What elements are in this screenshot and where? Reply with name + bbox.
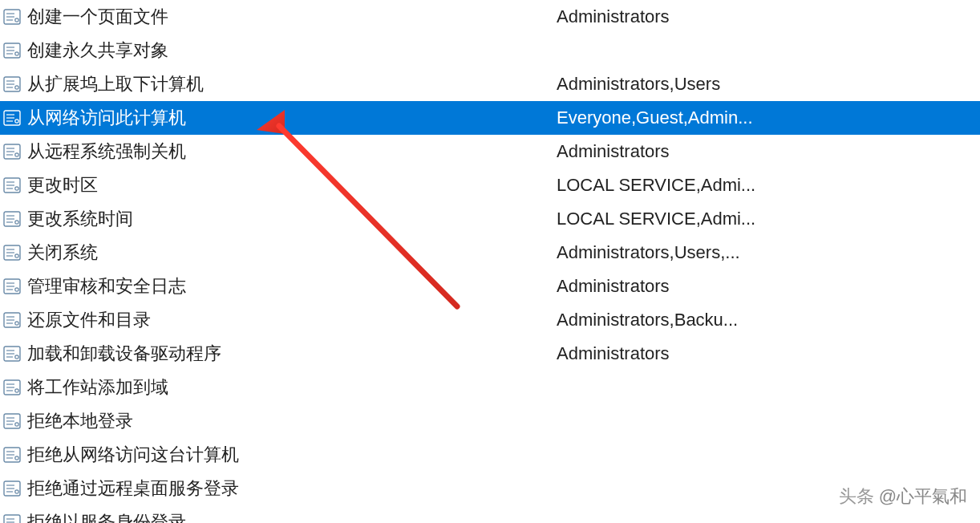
svg-point-19: [15, 120, 18, 123]
policy-row[interactable]: 从扩展坞上取下计算机Administrators,Users: [0, 67, 980, 101]
policy-icon: [3, 346, 21, 362]
policy-row[interactable]: 创建一个页面文件Administrators: [0, 0, 980, 34]
policy-icon: [3, 245, 21, 261]
svg-point-74: [15, 490, 18, 493]
policy-value: Administrators,Users,...: [557, 242, 740, 263]
policy-name: 拒绝从网络访问这台计算机: [27, 443, 557, 467]
svg-point-64: [15, 423, 18, 426]
policy-name: 更改系统时间: [27, 207, 557, 231]
policy-icon: [3, 211, 21, 227]
policy-value: LOCAL SERVICE,Admi...: [557, 175, 755, 196]
policy-value: Everyone,Guest,Admin...: [557, 107, 753, 128]
policy-icon: [3, 43, 21, 59]
policy-row[interactable]: 拒绝从网络访问这台计算机: [0, 438, 980, 472]
policy-list: 创建一个页面文件Administrators 创建永久共享对象 从扩展坞上取下计…: [0, 0, 980, 523]
policy-name: 从远程系统强制关机: [27, 140, 557, 164]
policy-row[interactable]: 还原文件和目录Administrators,Backu...: [0, 303, 980, 337]
policy-row[interactable]: 将工作站添加到域: [0, 371, 980, 404]
policy-icon: [3, 177, 21, 193]
policy-name: 拒绝本地登录: [27, 409, 557, 433]
policy-name: 将工作站添加到域: [27, 375, 557, 399]
svg-point-54: [15, 355, 18, 359]
policy-name: 从网络访问此计算机: [27, 106, 557, 130]
svg-point-44: [15, 288, 18, 291]
svg-point-24: [15, 153, 18, 156]
policy-icon: [3, 76, 21, 92]
svg-point-29: [15, 187, 18, 190]
policy-icon: [3, 312, 21, 328]
policy-icon: [3, 110, 21, 126]
policy-name: 关闭系统: [27, 241, 557, 265]
policy-row[interactable]: 更改时区LOCAL SERVICE,Admi...: [0, 168, 980, 202]
policy-name: 管理审核和安全日志: [27, 274, 557, 298]
policy-value: Administrators: [557, 141, 670, 162]
svg-point-69: [15, 456, 18, 460]
policy-name: 从扩展坞上取下计算机: [27, 72, 557, 96]
policy-icon: [3, 144, 21, 160]
policy-row[interactable]: 更改系统时间LOCAL SERVICE,Admi...: [0, 202, 980, 236]
policy-name: 加载和卸载设备驱动程序: [27, 342, 557, 366]
policy-value: LOCAL SERVICE,Admi...: [557, 209, 755, 229]
policy-value: Administrators,Backu...: [557, 310, 738, 330]
svg-point-59: [15, 389, 18, 392]
svg-point-4: [15, 18, 18, 22]
policy-icon: [3, 278, 21, 294]
svg-point-9: [15, 52, 18, 55]
svg-point-49: [15, 322, 18, 325]
policy-row[interactable]: 管理审核和安全日志Administrators: [0, 270, 980, 303]
policy-name: 更改时区: [27, 173, 557, 197]
policy-icon: [3, 514, 21, 523]
policy-icon: [3, 379, 21, 395]
policy-icon: [3, 447, 21, 463]
policy-row[interactable]: 拒绝以服务身份登录: [0, 505, 980, 523]
policy-name: 创建永久共享对象: [27, 39, 557, 63]
svg-point-14: [15, 86, 18, 89]
policy-name: 创建一个页面文件: [27, 5, 557, 29]
policy-icon: [3, 413, 21, 429]
policy-row[interactable]: 从远程系统强制关机Administrators: [0, 135, 980, 168]
policy-name: 还原文件和目录: [27, 308, 557, 332]
svg-point-34: [15, 221, 18, 224]
policy-name: 拒绝以服务身份登录: [27, 510, 557, 523]
policy-row[interactable]: 拒绝本地登录: [0, 404, 980, 438]
policy-value: Administrators: [557, 6, 670, 27]
policy-row[interactable]: 创建永久共享对象: [0, 34, 980, 67]
policy-value: Administrators: [557, 343, 670, 364]
policy-row[interactable]: 关闭系统Administrators,Users,...: [0, 236, 980, 270]
policy-row[interactable]: 拒绝通过远程桌面服务登录: [0, 472, 980, 505]
policy-name: 拒绝通过远程桌面服务登录: [27, 476, 557, 501]
policy-icon: [3, 480, 21, 497]
policy-row[interactable]: 从网络访问此计算机Everyone,Guest,Admin...: [0, 101, 980, 135]
policy-value: Administrators: [557, 276, 670, 297]
policy-row[interactable]: 加载和卸载设备驱动程序Administrators: [0, 337, 980, 371]
policy-value: Administrators,Users: [557, 74, 720, 95]
policy-icon: [3, 9, 21, 25]
svg-point-39: [15, 254, 18, 257]
